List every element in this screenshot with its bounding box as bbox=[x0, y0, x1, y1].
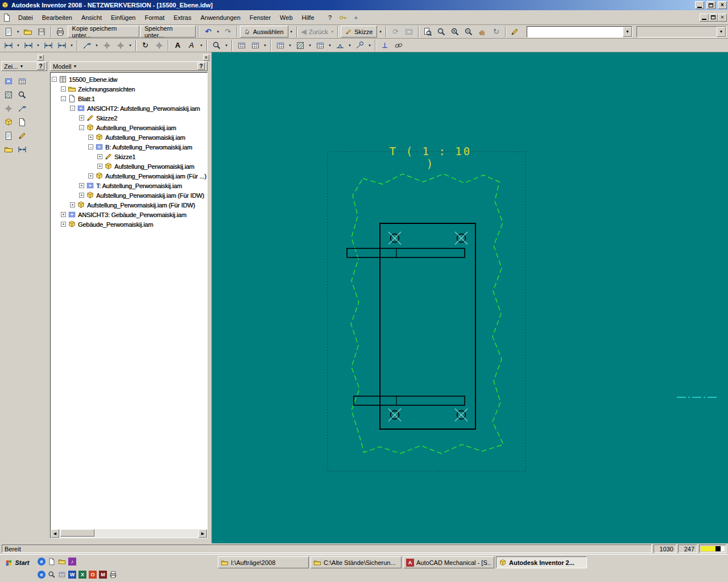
tree-item[interactable]: + Gebäude_Perwomaiskij.iam bbox=[51, 219, 207, 229]
bottom-beam[interactable] bbox=[354, 396, 465, 405]
child-close-button[interactable]: × bbox=[718, 14, 727, 22]
tree-toggle[interactable]: + bbox=[88, 135, 93, 140]
bolt-symbol[interactable] bbox=[388, 232, 401, 244]
tree-item[interactable]: + T: Aufstellung_Perwomaiskij.iam bbox=[51, 181, 207, 190]
table-button[interactable] bbox=[313, 39, 326, 51]
zoom-all-button[interactable] bbox=[421, 26, 435, 38]
baseline-dimension-button[interactable] bbox=[22, 39, 35, 51]
select-tool-button[interactable]: Auswählen bbox=[240, 26, 288, 38]
tree-item[interactable]: + Aufstellung_Perwomaiskij.iam bbox=[51, 132, 207, 142]
detail-zoom-button[interactable] bbox=[210, 39, 223, 51]
new-document-button[interactable] bbox=[2, 26, 15, 38]
tree-item[interactable]: + Aufstellung_Perwomaiskij.iam (Für IDW) bbox=[51, 190, 207, 200]
leader-text-button[interactable]: A bbox=[185, 39, 198, 51]
top-beam[interactable] bbox=[347, 248, 465, 257]
centerline-button[interactable] bbox=[114, 39, 127, 51]
tree-item[interactable]: - Zeichnungsansichten bbox=[51, 84, 207, 94]
menu-fenster[interactable]: Fenster bbox=[245, 13, 275, 23]
leader-text-dropdown[interactable]: ▼ bbox=[198, 39, 204, 51]
menu-format[interactable]: Format bbox=[140, 13, 169, 23]
chain-dimension-button[interactable] bbox=[55, 39, 68, 51]
child-minimize-button[interactable] bbox=[700, 14, 709, 22]
quicklaunch-icon[interactable] bbox=[109, 571, 117, 579]
leader-dropdown[interactable]: ▼ bbox=[94, 39, 100, 51]
menu-einfuegen[interactable]: Einfügen bbox=[106, 13, 140, 23]
new-document-dropdown[interactable]: ▼ bbox=[15, 26, 21, 38]
tree-item[interactable]: - Aufstellung_Perwomaiskij.iam bbox=[51, 123, 207, 132]
tree-toggle[interactable]: + bbox=[79, 115, 84, 120]
menu-hilfe[interactable]: Hilfe bbox=[297, 13, 319, 23]
leader-button[interactable] bbox=[80, 39, 93, 51]
tree-toggle[interactable]: + bbox=[97, 154, 102, 159]
zoom-window-button[interactable] bbox=[435, 26, 448, 38]
tree-horizontal-scrollbar[interactable]: ◀ ▶ bbox=[51, 529, 207, 538]
menu-datei[interactable]: Datei bbox=[14, 13, 38, 23]
tree-toggle[interactable]: + bbox=[61, 222, 66, 227]
start-button[interactable]: Start bbox=[1, 556, 34, 568]
save-as-button[interactable]: Speichern unter... bbox=[140, 26, 196, 38]
auto-view-icon[interactable] bbox=[16, 143, 28, 156]
centermark-button[interactable] bbox=[100, 39, 113, 51]
markup-pencil-button[interactable] bbox=[508, 26, 522, 38]
tree-item[interactable]: + Skizze1 bbox=[51, 152, 207, 161]
style-combobox[interactable]: ▼ bbox=[527, 26, 632, 38]
section-view-icon[interactable] bbox=[2, 89, 15, 101]
tree-toggle[interactable]: - bbox=[79, 125, 84, 130]
quicklaunch-icon[interactable]: e bbox=[38, 558, 46, 566]
balloon-button[interactable] bbox=[353, 39, 366, 51]
quicklaunch-icon[interactable]: X bbox=[78, 571, 86, 579]
style-combobox-dropdown[interactable]: ▼ bbox=[623, 27, 632, 37]
menu-bearbeiten[interactable]: Bearbeiten bbox=[38, 13, 77, 23]
sketch-dropdown[interactable]: ▼ bbox=[378, 26, 383, 38]
zei-panel-close-icon[interactable]: × bbox=[38, 55, 44, 61]
bolt-symbol[interactable] bbox=[455, 232, 468, 244]
view-boundary[interactable] bbox=[328, 152, 526, 471]
tree-toggle[interactable]: - bbox=[61, 96, 66, 101]
restore-button[interactable] bbox=[706, 1, 715, 9]
modell-panel-close-icon[interactable]: × bbox=[203, 55, 209, 61]
tree-item[interactable]: - 15500_Ebene.idw bbox=[51, 74, 207, 84]
text-button[interactable]: A bbox=[171, 39, 184, 51]
modell-panel-header[interactable]: Modell ▼ ? bbox=[50, 61, 208, 71]
scrollbar-track[interactable] bbox=[59, 529, 198, 538]
detail-view-icon[interactable] bbox=[16, 89, 28, 101]
quicklaunch-icon[interactable]: O bbox=[89, 571, 97, 579]
hatch-button[interactable] bbox=[293, 39, 307, 51]
zoom-in-button[interactable] bbox=[449, 26, 462, 38]
break-outline[interactable] bbox=[351, 174, 503, 454]
break-view-icon[interactable] bbox=[16, 102, 28, 115]
overlay-view-icon[interactable] bbox=[2, 130, 15, 142]
tree-item[interactable]: + Aufstellung_Perwomaiskij.iam bbox=[51, 161, 207, 171]
zoom-out-button[interactable] bbox=[462, 26, 475, 38]
quicklaunch-icon[interactable] bbox=[58, 558, 66, 566]
menu-anwendungen[interactable]: Anwendungen bbox=[196, 13, 245, 23]
chain-link-icon[interactable] bbox=[392, 39, 405, 51]
close-button[interactable]: × bbox=[718, 1, 727, 9]
breakout-view-icon[interactable] bbox=[2, 116, 15, 128]
weld-symbol-dropdown[interactable]: ▼ bbox=[347, 39, 353, 51]
tree-toggle[interactable]: + bbox=[97, 164, 102, 169]
hole-table-dropdown[interactable]: ▼ bbox=[262, 39, 268, 51]
undo-button[interactable]: ↶ bbox=[201, 26, 214, 38]
hole-table-button[interactable] bbox=[249, 39, 262, 51]
document-icon[interactable] bbox=[2, 13, 11, 22]
print-button[interactable] bbox=[54, 26, 67, 38]
tree-toggle[interactable]: + bbox=[79, 183, 84, 188]
child-restore-button[interactable] bbox=[709, 14, 718, 22]
projected-view-icon[interactable] bbox=[16, 75, 28, 88]
tree-toggle[interactable]: + bbox=[79, 193, 84, 198]
open-button[interactable] bbox=[22, 26, 35, 38]
menu-web[interactable]: Web bbox=[275, 13, 297, 23]
perpendicular-constraint-button[interactable]: ⊥ bbox=[378, 39, 391, 51]
hatch-dropdown[interactable]: ▼ bbox=[307, 39, 313, 51]
tree-toggle[interactable]: - bbox=[70, 106, 75, 111]
tree-item[interactable]: + Aufstellung_Perwomaiskij.iam (Für IDW) bbox=[51, 200, 207, 210]
undo-dropdown[interactable]: ▼ bbox=[215, 26, 221, 38]
tree-toggle[interactable]: - bbox=[88, 144, 93, 149]
key-icon[interactable] bbox=[337, 11, 350, 23]
baseline-dimension-dropdown[interactable]: ▼ bbox=[35, 39, 41, 51]
modell-panel-help-icon[interactable]: ? bbox=[197, 63, 205, 70]
grid-button[interactable] bbox=[274, 39, 287, 51]
scroll-left-icon[interactable]: ◀ bbox=[51, 529, 59, 538]
zei-panel-header[interactable]: Zei... ▼ ? bbox=[1, 61, 47, 71]
